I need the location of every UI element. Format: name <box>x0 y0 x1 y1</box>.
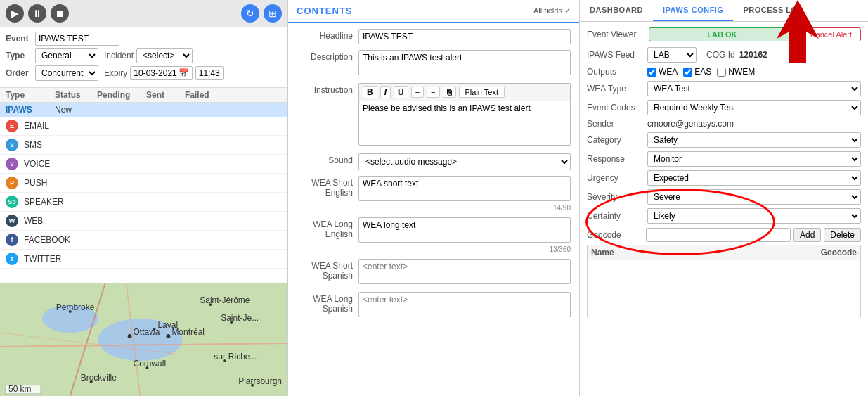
tab-dashboard[interactable]: DASHBOARD <box>580 0 653 21</box>
category-select[interactable]: Safety <box>647 132 861 148</box>
event-label: Event <box>6 34 32 44</box>
email-icon: E <box>6 120 18 132</box>
table-row[interactable]: IPAWS New <box>0 103 287 117</box>
wea-type-label: WEA Type <box>587 84 643 94</box>
refresh-icon[interactable]: ↻ <box>241 4 259 23</box>
channel-email-label: EMAIL <box>24 121 49 131</box>
description-field: This is an IPAWS test alert <box>358 50 571 77</box>
description-textarea[interactable]: This is an IPAWS test alert <box>358 50 571 75</box>
wea-long-es-label: WEA Long Spanish <box>297 292 353 314</box>
instruction-label: Instruction <box>297 83 353 95</box>
geocode-label: Geocode <box>587 230 643 240</box>
expiry-date-input[interactable]: 10-03-2021 📅 <box>130 66 192 80</box>
sms-icon: S <box>6 139 18 151</box>
eas-checkbox-item[interactable]: EAS <box>683 67 711 77</box>
wea-checkbox-item[interactable]: WEA <box>647 67 678 77</box>
svg-text:Cornwall: Cornwall <box>134 359 167 369</box>
ipaws-feed-select[interactable]: LAB <box>647 47 697 63</box>
wea-short-en-textarea[interactable]: WEA short text <box>358 176 571 201</box>
row-type: IPAWS <box>6 105 55 115</box>
play-icon[interactable]: ▶ <box>6 4 24 23</box>
response-select[interactable]: Monitor <box>647 151 861 167</box>
add-button[interactable]: Add <box>793 228 821 242</box>
geocode-text-input[interactable] <box>646 228 791 242</box>
event-codes-row: Event Codes Required Weekly Test <box>587 100 861 115</box>
instruction-textarea[interactable]: Please be advised this is an IPAWS test … <box>358 101 571 146</box>
eas-checkbox[interactable] <box>683 68 692 77</box>
right-content: Event Viewer LAB OK Cancel Alert IPAWS F… <box>580 22 868 396</box>
nwem-checkbox[interactable] <box>717 68 726 77</box>
headline-input[interactable] <box>358 29 571 44</box>
urgency-select[interactable]: Expected <box>647 170 861 186</box>
stop-icon[interactable]: ⏹ <box>51 4 69 23</box>
cog-id-label: COG Id <box>706 50 735 60</box>
channel-sms[interactable]: S SMS <box>0 136 287 155</box>
wea-long-es-textarea[interactable] <box>358 292 571 317</box>
severity-select[interactable]: Severe <box>647 189 861 205</box>
cog-id-value: 120162 <box>739 50 767 60</box>
col-sent: Sent <box>146 90 185 100</box>
ipaws-feed-row: IPAWS Feed LAB COG Id 120162 <box>587 47 861 63</box>
contents-title: CONTENTS <box>297 6 353 16</box>
sound-select[interactable]: <select audio message> <box>358 153 571 170</box>
underline-button[interactable]: U <box>394 86 408 98</box>
svg-point-11 <box>153 328 155 331</box>
order-row: Order Concurrent Expiry 10-03-2021 📅 <box>6 65 282 81</box>
severity-row: Severity Severe <box>587 189 861 205</box>
grid-icon[interactable]: ⊞ <box>264 4 282 23</box>
cancel-alert-button[interactable]: Cancel Alert <box>801 27 861 41</box>
expiry-time-input[interactable] <box>195 66 224 80</box>
type-select[interactable]: General <box>35 48 98 63</box>
plain-text-button[interactable]: Plain Text <box>459 87 505 98</box>
channel-facebook[interactable]: f FACEBOOK <box>0 231 287 250</box>
wea-short-es-field <box>358 259 571 286</box>
delete-button[interactable]: Delete <box>824 228 861 242</box>
wea-checkbox[interactable] <box>647 68 656 77</box>
wea-long-en-textarea[interactable]: WEA long text <box>358 217 571 243</box>
tab-process-log[interactable]: PROCESS LOG <box>733 0 813 21</box>
certainty-select[interactable]: Likely <box>647 208 861 224</box>
italic-button[interactable]: I <box>380 86 391 98</box>
geocode-name-col: Name <box>591 248 801 257</box>
tab-ipaws-config[interactable]: IPAWS CONFIG <box>653 0 733 21</box>
order-select[interactable]: Concurrent <box>35 65 98 81</box>
outputs-label: Outputs <box>587 67 643 77</box>
svg-text:Plarrsburgh: Plarrsburgh <box>238 376 282 386</box>
event-codes-select[interactable]: Required Weekly Test <box>647 100 861 115</box>
list2-button[interactable]: ≡ <box>427 87 439 98</box>
col-failed: Failed <box>185 90 224 100</box>
list-button[interactable]: ≡ <box>411 87 424 98</box>
sender-value: cmoore@genasys.com <box>647 119 734 129</box>
svg-text:Brockville: Brockville <box>81 373 117 383</box>
nwem-checkbox-item[interactable]: NWEM <box>717 67 755 77</box>
svg-text:Saint-Je...: Saint-Je... <box>221 313 259 323</box>
pause-icon[interactable]: ⏸ <box>28 4 46 23</box>
category-label: Category <box>587 135 643 145</box>
channel-twitter[interactable]: t TWITTER <box>0 250 287 269</box>
wea-type-select[interactable]: WEA Test <box>647 81 861 96</box>
incident-select[interactable]: <select> <box>136 48 193 63</box>
toolbar: ▶ ⏸ ⏹ ↻ ⊞ <box>0 0 287 27</box>
channel-voice[interactable]: V VOICE <box>0 155 287 174</box>
facebook-icon: f <box>6 234 18 246</box>
wea-short-es-row: WEA Short Spanish <box>297 259 571 286</box>
event-input[interactable] <box>35 32 119 46</box>
wea-long-en-field: WEA long text 13/360 <box>358 217 571 253</box>
channel-push[interactable]: P PUSH <box>0 174 287 193</box>
calendar-icon[interactable]: 📅 <box>179 68 189 78</box>
push-icon: P <box>6 177 18 189</box>
wea-short-es-textarea[interactable] <box>358 259 571 284</box>
headline-field <box>358 29 571 44</box>
col-status: Status <box>55 90 97 100</box>
type-label: Type <box>6 51 32 60</box>
bold-button[interactable]: B <box>363 86 377 98</box>
channel-email[interactable]: E EMAIL <box>0 117 287 136</box>
channel-facebook-label: FACEBOOK <box>24 235 70 245</box>
incident-label: Incident <box>104 51 134 60</box>
content-form: Headline Description This is an IPAWS te… <box>288 23 579 396</box>
copy-button[interactable]: ⎘ <box>443 87 456 98</box>
channel-web[interactable]: W WEB <box>0 212 287 231</box>
channel-speaker[interactable]: Sp SPEAKER <box>0 193 287 212</box>
svg-text:Ottawa: Ottawa <box>134 327 160 337</box>
geocode-table-body <box>588 260 860 317</box>
